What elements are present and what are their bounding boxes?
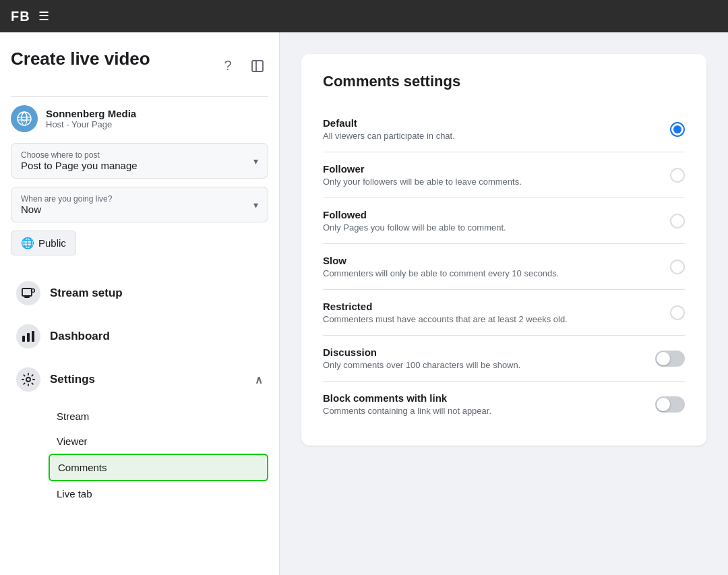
settings-chevron-icon: ∧ — [255, 373, 263, 386]
sidebar-item-settings[interactable]: Settings ∧ — [11, 358, 268, 401]
toggle-block-links-thumb — [657, 398, 670, 411]
stream-setup-label: Stream setup — [50, 286, 123, 300]
comment-option-default-desc: All viewers can participate in chat. — [323, 131, 455, 141]
radio-follower[interactable] — [670, 168, 685, 183]
schedule-dropdown-label: When are you going live? — [21, 194, 112, 204]
comments-settings-card: Comments settings Default All viewers ca… — [301, 54, 706, 446]
host-row: Sonnenberg Media Host - Your Page — [11, 105, 268, 132]
stream-setup-icon — [16, 281, 40, 305]
svg-point-13 — [26, 377, 30, 382]
schedule-dropdown[interactable]: When are you going live? Now ▾ — [11, 187, 268, 222]
comment-option-slow-desc: Commenters will only be able to comment … — [323, 268, 559, 278]
comments-settings-title: Comments settings — [323, 73, 685, 90]
svg-point-3 — [22, 112, 27, 125]
host-info: Sonnenberg Media Host - Your Page — [46, 108, 136, 129]
toggle-discussion-thumb — [657, 352, 670, 365]
toggle-block-links[interactable] — [655, 396, 685, 413]
host-role: Host - Your Page — [46, 119, 136, 129]
radio-slow[interactable] — [670, 260, 685, 274]
main-layout: Create live video ? — [0, 32, 728, 575]
public-button[interactable]: 🌐 Public — [11, 231, 76, 255]
post-dropdown[interactable]: Choose where to post Post to Page you ma… — [11, 143, 268, 179]
settings-sub-comments[interactable]: Comments — [49, 454, 268, 481]
svg-point-2 — [18, 112, 31, 125]
dashboard-label: Dashboard — [50, 330, 110, 343]
comment-option-followed-title: Followed — [323, 209, 506, 220]
comment-option-slow[interactable]: Slow Commenters will only be able to com… — [323, 244, 685, 290]
svg-rect-6 — [22, 289, 32, 296]
comment-option-default[interactable]: Default All viewers can participate in c… — [323, 107, 685, 152]
comment-option-restricted-desc: Commenters must have accounts that are a… — [323, 314, 568, 324]
public-icon: 🌐 — [21, 237, 34, 249]
settings-sub-stream[interactable]: Stream — [49, 404, 268, 429]
comment-option-discussion[interactable]: Discussion Only comments over 100 charac… — [323, 336, 685, 382]
comment-option-followed[interactable]: Followed Only Pages you follow will be a… — [323, 198, 685, 244]
svg-rect-11 — [27, 333, 30, 342]
panel-toggle-icon[interactable] — [247, 55, 268, 77]
topbar-logo: FB — [11, 9, 30, 24]
sidebar-title-row: Create live video ? — [11, 49, 268, 83]
radio-followed[interactable] — [670, 214, 685, 229]
post-dropdown-label: Choose where to post — [21, 150, 138, 160]
settings-label: Settings — [50, 373, 95, 386]
sidebar-title-icons: ? — [217, 55, 268, 77]
svg-rect-10 — [22, 336, 25, 342]
settings-sub-menu: Stream Viewer Comments Live tab — [49, 404, 268, 506]
sidebar: Create live video ? — [0, 32, 280, 575]
dashboard-icon — [16, 324, 40, 349]
help-icon[interactable]: ? — [217, 55, 239, 77]
post-dropdown-arrow: ▾ — [253, 156, 258, 167]
post-dropdown-value: Post to Page you manage — [21, 160, 138, 171]
radio-restricted[interactable] — [670, 305, 685, 320]
comment-option-block-links-desc: Comments containing a link will not appe… — [323, 406, 491, 416]
settings-sub-live-tab[interactable]: Live tab — [49, 481, 268, 506]
comment-option-follower-desc: Only your followers will be able to leav… — [323, 177, 522, 187]
svg-point-7 — [32, 289, 35, 293]
radio-default[interactable] — [670, 122, 685, 137]
schedule-dropdown-value: Now — [21, 204, 112, 215]
settings-icon — [16, 367, 40, 392]
comment-option-discussion-title: Discussion — [323, 346, 520, 358]
public-label: Public — [38, 237, 66, 249]
comment-option-follower[interactable]: Follower Only your followers will be abl… — [323, 152, 685, 198]
radio-default-inner — [673, 125, 681, 133]
comment-option-follower-title: Follower — [323, 163, 522, 175]
divider-top — [11, 96, 268, 97]
comment-option-default-title: Default — [323, 117, 455, 129]
svg-rect-12 — [32, 331, 34, 342]
comment-option-block-links[interactable]: Block comments with link Comments contai… — [323, 382, 685, 427]
comment-option-block-links-title: Block comments with link — [323, 392, 491, 404]
topbar: FB ☰ — [0, 0, 728, 32]
comment-option-followed-desc: Only Pages you follow will be able to co… — [323, 222, 506, 233]
svg-rect-0 — [252, 61, 263, 71]
sidebar-item-dashboard[interactable]: Dashboard — [11, 315, 268, 358]
sidebar-title: Create live video — [11, 49, 150, 69]
comment-option-restricted[interactable]: Restricted Commenters must have accounts… — [323, 290, 685, 336]
schedule-dropdown-arrow: ▾ — [253, 200, 258, 210]
content-area: Comments settings Default All viewers ca… — [280, 32, 728, 575]
topbar-menu-icon[interactable]: ☰ — [38, 10, 49, 22]
comment-option-restricted-title: Restricted — [323, 301, 568, 312]
comment-option-discussion-desc: Only comments over 100 characters will b… — [323, 360, 520, 370]
sidebar-item-stream-setup[interactable]: Stream setup — [11, 272, 268, 315]
toggle-discussion[interactable] — [655, 351, 685, 367]
host-avatar — [11, 105, 38, 132]
host-name: Sonnenberg Media — [46, 108, 136, 119]
settings-sub-viewer[interactable]: Viewer — [49, 429, 268, 454]
comment-option-slow-title: Slow — [323, 255, 559, 266]
